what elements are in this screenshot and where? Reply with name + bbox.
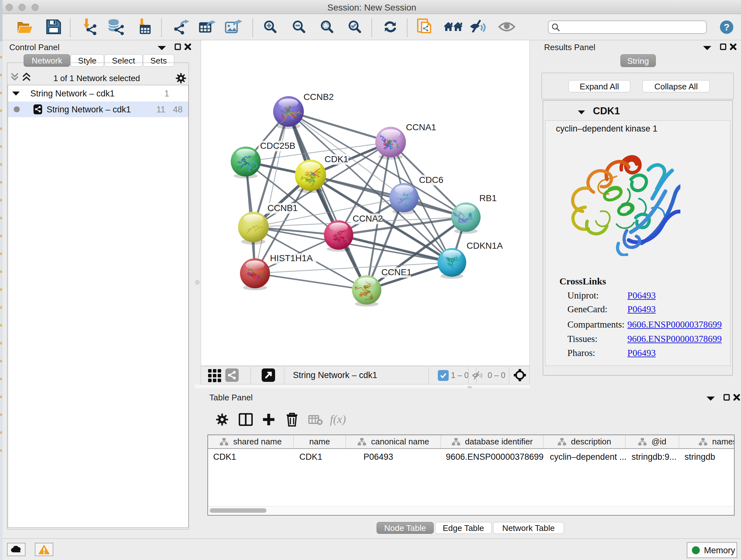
svg-text:CDC6: CDC6 xyxy=(419,175,443,185)
svg-text:CCNE1: CCNE1 xyxy=(381,267,412,277)
svg-text:CCNA2: CCNA2 xyxy=(353,213,383,224)
svg-text:CCNB1: CCNB1 xyxy=(267,203,298,213)
svg-text:CDK1: CDK1 xyxy=(325,154,348,164)
svg-text:RB1: RB1 xyxy=(479,193,496,203)
svg-text:CDKN1A: CDKN1A xyxy=(467,241,503,251)
svg-text:HIST1H1A: HIST1H1A xyxy=(270,253,313,263)
svg-text:CCNB2: CCNB2 xyxy=(304,92,334,102)
svg-text:CDC25B: CDC25B xyxy=(260,141,295,151)
svg-text:CCNA1: CCNA1 xyxy=(406,122,436,132)
